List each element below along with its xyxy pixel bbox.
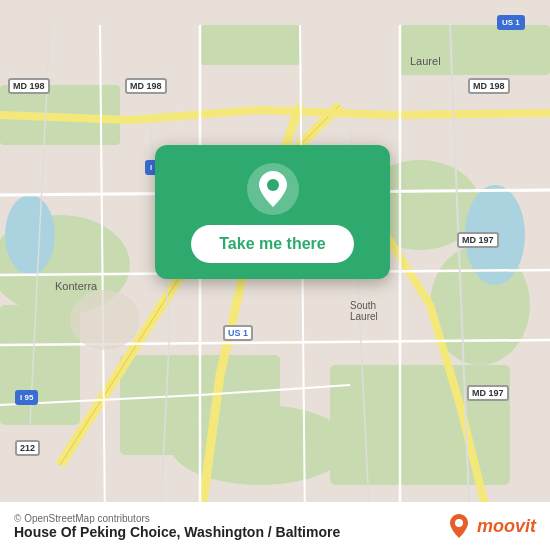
i95-badge-bottom: I 95 xyxy=(15,390,38,405)
us212-badge: 212 xyxy=(15,440,40,456)
md197-badge-bottom: MD 197 xyxy=(467,385,509,401)
us1-badge-top: US 1 xyxy=(497,15,525,30)
moovit-text: moovit xyxy=(477,516,536,537)
md198-badge-right: MD 198 xyxy=(468,78,510,94)
south-laurel-label: SouthLaurel xyxy=(350,300,378,322)
map-container: Laurel Konterra SouthLaurel US 1 MD 198 … xyxy=(0,0,550,550)
place-name: House Of Peking Choice, Washington / Bal… xyxy=(14,524,340,540)
bottom-bar: © OpenStreetMap contributors House Of Pe… xyxy=(0,502,550,550)
attribution: © OpenStreetMap contributors xyxy=(14,513,340,524)
card-overlay: Take me there xyxy=(155,145,390,279)
svg-point-16 xyxy=(455,519,463,527)
svg-point-15 xyxy=(267,179,279,191)
moovit-pin-icon xyxy=(445,512,473,540)
take-me-there-button[interactable]: Take me there xyxy=(191,225,353,263)
svg-point-13 xyxy=(70,290,140,350)
svg-point-12 xyxy=(5,195,55,275)
us1-badge-bottom: US 1 xyxy=(223,325,253,341)
md198-badge-left: MD 198 xyxy=(8,78,50,94)
svg-rect-6 xyxy=(330,365,510,485)
md198-badge-center: MD 198 xyxy=(125,78,167,94)
konterra-label: Konterra xyxy=(55,280,97,292)
moovit-logo: moovit xyxy=(445,512,536,540)
svg-rect-10 xyxy=(400,25,550,75)
location-pin-icon xyxy=(247,163,299,215)
md197-badge: MD 197 xyxy=(457,232,499,248)
svg-rect-9 xyxy=(200,25,300,65)
laurel-label: Laurel xyxy=(410,55,441,67)
bottom-left: © OpenStreetMap contributors House Of Pe… xyxy=(14,513,340,540)
svg-rect-4 xyxy=(0,305,80,425)
svg-point-7 xyxy=(170,405,350,485)
